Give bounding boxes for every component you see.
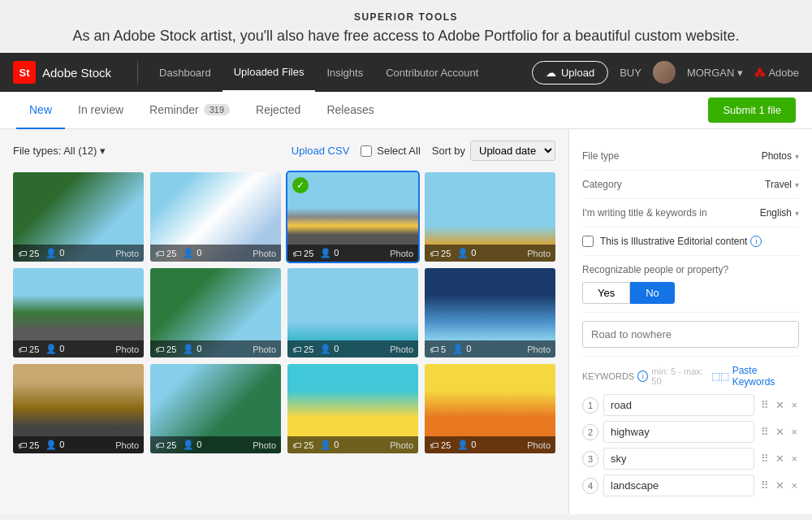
- file-type-value[interactable]: Photos ▾: [762, 150, 799, 162]
- delete-icon[interactable]: ×: [789, 451, 799, 466]
- keyword-num-3: 3: [582, 451, 598, 467]
- content-area: File types: All (12) ▾ Upload CSV Select…: [0, 129, 812, 514]
- image-card[interactable]: 🏷 25👤 0 Photo: [13, 364, 144, 453]
- adobe-logo: ⁂ Adobe: [754, 67, 799, 79]
- image-card[interactable]: 🏷 25👤 0 Photo: [13, 268, 144, 358]
- nav-insights[interactable]: Insights: [315, 53, 374, 92]
- logo: St Adobe Stock: [13, 61, 111, 84]
- nav-contributor-account[interactable]: Contributor Account: [374, 53, 490, 92]
- delete-icon[interactable]: ×: [789, 397, 799, 413]
- keyword-actions-2: ⠿ ✕ ×: [759, 424, 799, 440]
- chevron-down-icon: ▾: [795, 152, 799, 161]
- edit-icon[interactable]: ✕: [774, 478, 786, 493]
- paste-keywords-button[interactable]: ⬚⬚ Paste Keywords: [711, 365, 799, 388]
- top-banner: SUPERIOR TOOLS As an Adobe Stock artist,…: [0, 0, 812, 53]
- keyword-input-1[interactable]: [603, 394, 754, 416]
- user-menu[interactable]: MORGAN ▾: [687, 67, 744, 79]
- image-card[interactable]: 🏷 25👤 0 Photo: [150, 364, 281, 453]
- category-row: Category Travel ▾: [582, 171, 799, 199]
- right-panel: File type Photos ▾ Category Travel ▾ I'm…: [568, 129, 812, 514]
- nav-right: ☁ Upload BUY MORGAN ▾ ⁂ Adobe: [532, 61, 799, 84]
- reminder-badge: 319: [204, 104, 230, 115]
- tabs-bar: New In review Reminder 319 Rejected Rele…: [0, 92, 812, 129]
- keyword-row-1: 1 ⠿ ✕ ×: [582, 394, 799, 416]
- image-card[interactable]: 🏷 25👤 0 Photo: [13, 172, 144, 262]
- image-card[interactable]: 🏷 25👤 0 Photo: [150, 172, 281, 262]
- no-button[interactable]: No: [630, 282, 675, 304]
- keyword-actions-4: ⠿ ✕ ×: [759, 478, 799, 493]
- yes-button[interactable]: Yes: [582, 282, 630, 304]
- edit-icon[interactable]: ✕: [774, 451, 786, 466]
- keyword-num-4: 4: [582, 478, 598, 494]
- upload-button[interactable]: ☁ Upload: [532, 61, 608, 84]
- nav-links: Dashboard Uploaded Files Insights Contri…: [148, 53, 532, 92]
- language-row: I'm writing title & keywords in English …: [582, 199, 799, 228]
- tab-new[interactable]: New: [16, 92, 65, 129]
- drag-icon[interactable]: ⠿: [759, 424, 771, 440]
- keyword-num-2: 2: [582, 424, 598, 440]
- title-input-wrap: [582, 313, 799, 357]
- left-panel: File types: All (12) ▾ Upload CSV Select…: [0, 129, 568, 514]
- brand-name: SUPERIOR TOOLS: [16, 11, 796, 23]
- navbar: St Adobe Stock Dashboard Uploaded Files …: [0, 53, 812, 92]
- keyword-input-2[interactable]: [603, 421, 754, 443]
- image-card[interactable]: 🏷 25👤 0 Photo: [425, 172, 555, 262]
- image-card[interactable]: 🏷 25👤 0 Photo: [287, 364, 418, 453]
- tab-rejected[interactable]: Rejected: [243, 92, 313, 129]
- tagline: As an Adobe Stock artist, you'll also ha…: [16, 28, 796, 45]
- drag-icon[interactable]: ⠿: [759, 397, 771, 413]
- editorial-row: This is Illustrative Editorial content i: [582, 228, 799, 256]
- chevron-down-icon: ▾: [737, 67, 743, 79]
- nav-divider: [137, 61, 138, 84]
- paste-icon: ⬚⬚: [711, 370, 729, 382]
- file-type-label: File type: [582, 150, 619, 162]
- keyword-row-4: 4 ⠿ ✕ ×: [582, 474, 799, 496]
- delete-icon[interactable]: ×: [789, 478, 799, 493]
- category-label: Category: [582, 179, 622, 190]
- language-value[interactable]: English ▾: [760, 207, 799, 219]
- chevron-down-icon: ▾: [795, 209, 799, 218]
- delete-icon[interactable]: ×: [789, 424, 799, 440]
- image-card[interactable]: 🏷 25👤 0 Photo: [425, 364, 555, 453]
- tab-reminder[interactable]: Reminder 319: [136, 92, 243, 129]
- image-card[interactable]: 🏷 25👤 0 Photo: [287, 268, 418, 358]
- drag-icon[interactable]: ⠿: [759, 478, 771, 493]
- info-icon[interactable]: i: [750, 236, 762, 247]
- keywords-info-icon[interactable]: i: [637, 370, 648, 382]
- editorial-checkbox[interactable]: [582, 236, 594, 247]
- tab-releases[interactable]: Releases: [313, 92, 387, 129]
- nav-uploaded-files[interactable]: Uploaded Files: [222, 53, 316, 92]
- logo-text: Adobe Stock: [42, 66, 111, 80]
- sort-select[interactable]: Upload date: [470, 141, 555, 161]
- keyword-row-3: 3 ⠿ ✕ ×: [582, 448, 799, 470]
- image-card[interactable]: ✓ 🏷 25👤 0 Photo: [287, 172, 418, 262]
- file-type-row: File type Photos ▾: [582, 142, 799, 171]
- select-all-control[interactable]: Select All: [361, 145, 420, 157]
- recognizable-label: Recognizable people or property?: [582, 264, 799, 275]
- tab-in-review[interactable]: In review: [65, 92, 136, 129]
- keyword-actions-1: ⠿ ✕ ×: [759, 397, 799, 413]
- submit-button[interactable]: Submit 1 file: [708, 98, 796, 123]
- editorial-label: This is Illustrative Editorial content i: [600, 236, 762, 247]
- recognizable-row: Recognizable people or property? Yes No: [582, 256, 799, 313]
- edit-icon[interactable]: ✕: [774, 397, 786, 413]
- drag-icon[interactable]: ⠿: [759, 451, 771, 466]
- category-value[interactable]: Travel ▾: [765, 179, 799, 190]
- keyword-input-4[interactable]: [603, 474, 754, 496]
- recognizable-buttons: Yes No: [582, 282, 799, 304]
- nav-dashboard[interactable]: Dashboard: [148, 53, 222, 92]
- file-types-filter[interactable]: File types: All (12) ▾: [13, 145, 106, 157]
- buy-link[interactable]: BUY: [620, 67, 641, 79]
- cloud-upload-icon: ☁: [546, 67, 556, 79]
- upload-csv-link[interactable]: Upload CSV: [292, 145, 350, 157]
- keywords-label: KEYWORDS i min: 5 - max: 50: [582, 366, 711, 386]
- select-all-checkbox[interactable]: [361, 145, 372, 157]
- keyword-input-3[interactable]: [603, 448, 754, 470]
- image-card[interactable]: 🏷 25👤 0 Photo: [150, 268, 281, 358]
- chevron-down-icon: ▾: [795, 180, 799, 189]
- logo-badge: St: [13, 61, 36, 84]
- image-card[interactable]: 🏷 5👤 0 Photo: [425, 268, 555, 358]
- edit-icon[interactable]: ✕: [774, 424, 786, 440]
- keyword-num-1: 1: [582, 397, 598, 414]
- title-input[interactable]: [582, 321, 799, 348]
